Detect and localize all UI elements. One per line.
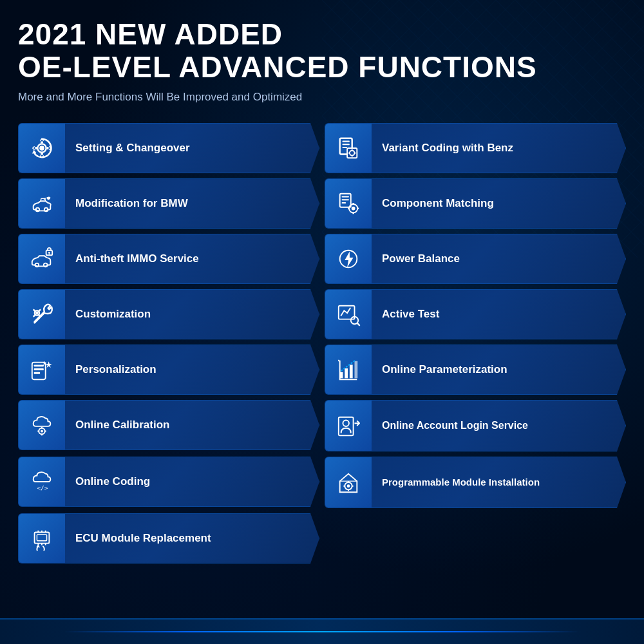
- svg-point-20: [352, 207, 355, 211]
- icon-box-programmable: [325, 457, 372, 507]
- icon-box-bmw: [19, 179, 65, 228]
- gear-refresh-icon: [30, 136, 54, 160]
- icon-box-setting: [19, 124, 65, 173]
- icon-box-component: [325, 179, 372, 228]
- icon-box-ecu: [19, 514, 65, 563]
- feature-label-power: Power Balance: [372, 252, 470, 266]
- svg-point-26: [44, 263, 48, 267]
- svg-rect-64: [37, 535, 46, 541]
- feature-label-setting: Setting & Changeover: [65, 141, 200, 155]
- feature-label-custom: Customization: [65, 307, 161, 321]
- feature-label-ecu: ECU Module Replacement: [65, 531, 222, 545]
- feature-online-coding: </> Online Coding: [18, 457, 319, 507]
- svg-line-36: [357, 323, 359, 325]
- feature-personalization: Personalization: [18, 345, 319, 395]
- feature-power-balance: Power Balance: [325, 234, 626, 284]
- icon-box-power: [325, 234, 372, 283]
- svg-rect-17: [342, 199, 349, 200]
- svg-point-14: [44, 208, 48, 212]
- feature-ecu: ECU Module Replacement: [18, 513, 319, 564]
- feature-label-component: Component Matching: [372, 196, 504, 211]
- feature-setting-changeover: Setting & Changeover: [18, 123, 319, 173]
- icon-box-personal: [19, 345, 65, 394]
- svg-point-48: [41, 430, 43, 433]
- feature-component-matching: Component Matching: [325, 178, 626, 229]
- wrench-cross-icon: [30, 302, 54, 327]
- svg-rect-44: [345, 368, 348, 378]
- icon-box-calibration: [19, 401, 65, 450]
- feature-programmable: Programmable Module Installation: [325, 457, 626, 508]
- icon-box-custom: [19, 290, 65, 339]
- bar-chart-icon: [336, 357, 361, 382]
- icon-box-variant: [325, 124, 372, 173]
- svg-rect-18: [342, 202, 346, 204]
- page-subtitle: More and More Functions Will Be Improved…: [18, 90, 626, 105]
- svg-rect-40: [34, 372, 41, 374]
- feature-active-test: Active Test: [325, 289, 626, 339]
- svg-rect-16: [342, 196, 349, 198]
- title-line2: OE-LEVEL ADVANCED FUNCTIONS: [18, 50, 537, 84]
- svg-rect-6: [343, 147, 348, 148]
- feature-antitheft: Anti-theft IMMO Service: [18, 234, 319, 284]
- svg-marker-1: [32, 150, 37, 154]
- bottom-bar: [0, 618, 644, 644]
- feature-online-param: Online Parameterization: [325, 345, 626, 395]
- feature-label-bmw: Modification for BMW: [65, 196, 198, 211]
- feature-variant-coding: Variant Coding with Benz: [325, 123, 626, 173]
- icon-box-param: [325, 345, 372, 394]
- feature-online-account: Online Account Login Service: [325, 400, 626, 451]
- chart-search-icon: [336, 302, 361, 327]
- feature-label-account: Online Account Login Service: [372, 419, 538, 433]
- key-star-icon: [30, 357, 54, 382]
- feature-label-variant: Variant Coding with Benz: [372, 141, 524, 155]
- svg-rect-38: [34, 365, 44, 366]
- feature-label-coding: Online Coding: [65, 475, 160, 489]
- svg-point-54: [343, 420, 349, 426]
- icon-box-coding: </>: [19, 457, 65, 506]
- svg-rect-45: [350, 365, 353, 378]
- svg-rect-4: [343, 141, 350, 142]
- icon-box-active: [325, 290, 372, 339]
- icon-box-account: [325, 401, 372, 451]
- coding-benz-icon: [336, 136, 361, 160]
- svg-text:</>: </>: [37, 484, 48, 491]
- svg-point-58: [347, 484, 350, 488]
- features-grid: Setting & Changeover Variant Coding with: [18, 123, 626, 564]
- svg-point-13: [36, 208, 40, 212]
- feature-customization: Customization: [18, 289, 319, 339]
- feature-label-personal: Personalization: [65, 363, 167, 377]
- feature-label-antitheft: Anti-theft IMMO Service: [65, 252, 209, 266]
- svg-rect-39: [34, 368, 44, 370]
- gear-box-icon: [336, 470, 361, 495]
- feature-label-active: Active Test: [372, 307, 450, 321]
- account-login-icon: [336, 413, 361, 438]
- svg-point-2: [39, 146, 44, 151]
- feature-label-param: Online Parameterization: [372, 363, 518, 377]
- svg-marker-41: [46, 361, 52, 368]
- cloud-gear-icon: [30, 413, 54, 437]
- feature-label-programmable: Programmable Module Installation: [372, 476, 550, 489]
- icon-box-antitheft: [19, 234, 65, 283]
- svg-rect-5: [343, 144, 350, 145]
- feature-label-calibration: Online Calibration: [65, 418, 180, 432]
- main-content: 2021 NEW ADDED OE-LEVEL ADVANCED FUNCTIO…: [0, 0, 644, 576]
- cloud-code-icon: </>: [30, 469, 54, 494]
- svg-point-28: [48, 252, 50, 254]
- car-lock-icon: [30, 247, 54, 271]
- title-line1: 2021 NEW ADDED: [18, 17, 283, 51]
- feature-modification-bmw: Modification for BMW: [18, 178, 319, 229]
- svg-point-25: [35, 263, 39, 267]
- page-title: 2021 NEW ADDED OE-LEVEL ADVANCED FUNCTIO…: [18, 18, 626, 83]
- ecu-refresh-icon: [30, 526, 54, 551]
- component-gear-icon: [336, 191, 361, 216]
- wrench-car-icon: [30, 191, 54, 216]
- svg-rect-46: [355, 361, 358, 379]
- power-lightning-icon: [336, 247, 361, 271]
- feature-online-calibration: Online Calibration: [18, 400, 319, 450]
